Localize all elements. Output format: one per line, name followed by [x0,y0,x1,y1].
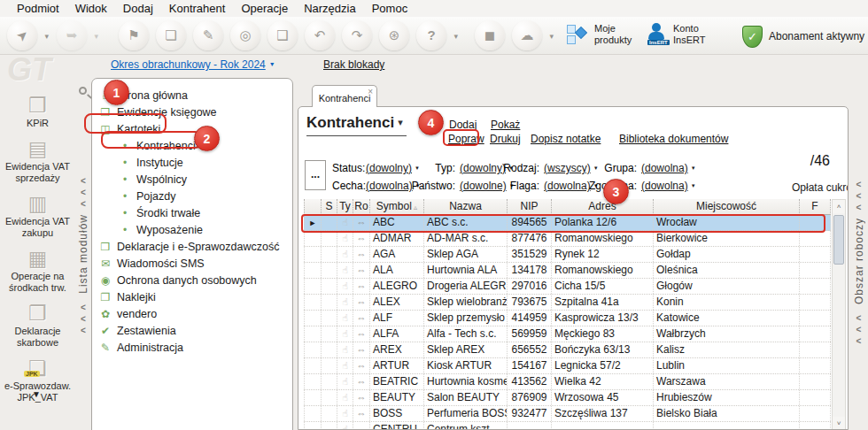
column-header[interactable]: Ro [353,199,370,215]
search-icon[interactable] [79,87,87,95]
chevron-left-icon[interactable] [856,322,862,334]
user-icon: InsERT [646,23,667,46]
chevron-left-icon[interactable] [856,188,862,200]
column-header[interactable]: F [800,199,831,215]
tree-item-wspolnicy[interactable]: Wspólnicy [92,171,292,188]
tree-item-wiadomosci-sms[interactable]: Wiadomości SMS [92,255,292,272]
scroll-down-icon[interactable] [833,417,845,430]
chevron-left-icon[interactable] [856,200,862,211]
open-button[interactable] [7,20,37,50]
menu-item[interactable]: Pomoc [364,2,415,15]
table-row[interactable]: BEATRIC Hurtownia kosme 413562 Wielka 42… [304,374,831,390]
column-header[interactable] [304,199,322,215]
chevron-left-icon[interactable] [856,177,862,188]
annotation-step-1: 1 [104,80,129,105]
chevron-left-icon[interactable] [856,311,862,322]
document-library-link[interactable]: Biblioteka dokumentów [619,133,728,145]
filter-value-dropdown[interactable]: (dowolna) [641,180,696,192]
redo-button[interactable] [342,20,372,50]
help-icon [427,27,435,43]
module-kpir[interactable]: KPiR [0,94,75,129]
tab-close-icon[interactable] [368,87,373,96]
column-header[interactable]: NIP [508,199,552,215]
module-strip-collapse[interactable]: Lista modułów [75,55,91,430]
scrollbar-thumb[interactable] [833,215,844,265]
cube-button[interactable] [475,20,505,50]
chevron-left-icon[interactable] [81,196,86,208]
show-link[interactable]: Pokaż [491,119,520,131]
menu-item[interactable]: Operacje [233,2,296,15]
table-row[interactable]: ALF Sklep przemysło 414959 Kasprowicza 1… [304,311,831,326]
table-row[interactable]: ARTUR Kiosk ARTUR 154167 Legnicka 57/2 L… [304,358,831,374]
column-header[interactable]: Symbol [370,199,424,215]
help-button[interactable] [416,20,446,50]
chevron-left-icon[interactable] [856,334,862,345]
chevron-left-icon[interactable] [81,185,86,196]
flag-button[interactable] [119,20,149,50]
scroll-up-icon[interactable] [833,200,845,213]
accounting-period-link[interactable]: Okres obrachunkowy - Rok 2024 [111,58,275,71]
my-products-button[interactable]: Moje produkty [567,23,632,45]
more-modules-icon[interactable]: ▼ [32,389,41,399]
page-title-dropdown[interactable]: Kontrahenci [306,114,407,136]
column-header[interactable]: S [322,199,337,215]
menu-item[interactable]: Kontrahent [161,2,234,15]
undo-button[interactable] [305,20,335,50]
cloud-button[interactable] [512,20,542,50]
tree-item-instytucje[interactable]: Instytucje [92,154,292,171]
vertical-scrollbar[interactable] [832,199,846,430]
table-row[interactable]: ALA Hurtownia ALA 134178 Romanowskiego O… [304,263,831,279]
new-document-button[interactable] [156,20,186,50]
table-row[interactable]: ALEGRO Drogeria ALEGR 297016 Cicha 15/5 … [304,279,831,295]
table-row[interactable]: ADMAR AD-MAR s.c. 877476 Romanowskiego B… [304,231,831,247]
table-row[interactable]: BOSS Perfumeria BOSS 932477 Szczęśliwa 1… [304,406,831,422]
lock-status-link[interactable]: Brak blokady [323,58,384,71]
table-row[interactable]: AGA Sklep AGA 351529 Rynek 12 Gołdap [304,247,831,263]
tree-item-naklejki[interactable]: Naklejki [92,288,292,305]
tab-kontrahenci[interactable]: Kontrahenci [312,85,377,107]
table-row[interactable]: ALFA Alfa - Tech s.c. 569959 Męckiego 83… [304,326,831,342]
print-link[interactable]: Drukuj [490,133,521,145]
tree-item-ochrona-danych[interactable]: Ochrona danych osobowych [92,272,292,288]
tree-item-vendero[interactable]: vendero [92,305,292,322]
contractors-panel: Kontrahenci Dodaj Pokaż Popraw Drukuj Do… [298,106,849,430]
cell-nazwa: Kiosk ARTUR [424,358,508,373]
menu-item[interactable]: Dodaj [115,2,161,15]
tree-item-deklaracje[interactable]: Deklaracje i e-Sprawozdawczość [92,238,292,255]
menu-item[interactable]: Widok [67,2,115,15]
table-row[interactable]: ALEX Sklep wielobranż 793675 Szpitalna 4… [304,295,831,311]
module-vat-purchase[interactable]: Ewidencja VAT zakupu [0,192,75,239]
table-row[interactable]: AREX Sklep AREX 656552 Bończyka 63/13 Ka… [304,342,831,358]
column-header[interactable]: Adres [552,199,654,215]
module-tax-declarations[interactable]: Deklaracje skarbowe [0,302,75,349]
globe-button[interactable] [379,20,409,50]
menu-item[interactable]: Narzędzia [296,2,364,15]
tree-item-wyposazenie[interactable]: Wyposażenie [92,221,292,238]
edit-button[interactable] [193,20,223,50]
menu-item[interactable]: Podmiot [9,2,67,15]
tree-item-administracja[interactable]: Administracja [92,339,292,356]
chevron-left-icon[interactable] [81,173,86,185]
column-header[interactable]: Nazwa [424,199,508,215]
chevron-left-icon[interactable] [81,323,86,334]
cell-symbol: BEATRIC [370,374,424,389]
table-row[interactable]: CENTRU Centrum kszt [304,422,831,430]
workspace-strip-collapse[interactable]: Obszar roboczy [849,55,868,430]
print-button[interactable] [267,20,298,50]
module-vat-sales[interactable]: Ewidencja VAT sprzedaży [0,137,75,184]
filter-value-dropdown[interactable]: (dowolna) [641,162,696,174]
send-button[interactable] [57,20,87,50]
add-note-link[interactable]: Dopisz notatke [531,133,601,145]
column-header[interactable]: Miejscowość [654,199,800,215]
chevron-left-icon[interactable] [81,311,86,323]
tree-item-zestawienia[interactable]: Zestawienia [92,322,292,339]
stamp-button[interactable] [230,20,260,50]
subscription-status[interactable]: Abonament aktywny [742,26,864,48]
tree-item-srodki-trwale[interactable]: Środki trwałe [92,204,292,221]
tree-item-pojazdy[interactable]: Pojazdy [92,188,292,204]
insert-account-button[interactable]: InsERT Konto InsERT [646,23,705,46]
table-row[interactable]: BEAUTY Salon BEAUTY 876909 Wrzosowa 45 H… [304,390,831,406]
module-fixed-assets[interactable]: Operacje na środkach trw. [0,247,75,294]
chevron-left-icon[interactable] [81,300,86,311]
column-header[interactable]: Ty [337,199,353,215]
